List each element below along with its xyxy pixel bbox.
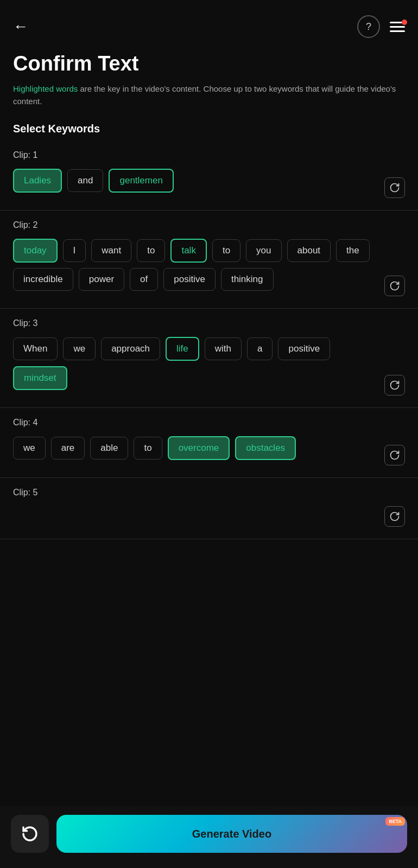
reset-button[interactable] bbox=[11, 815, 49, 853]
menu-line-3 bbox=[390, 30, 405, 32]
word-row-3: Whenweapproachlifewithapositivemindset bbox=[13, 337, 378, 390]
clip-label-2: Clip: 2 bbox=[13, 220, 405, 230]
word-chip-3-6[interactable]: a bbox=[247, 337, 273, 360]
header-icons: ? bbox=[357, 15, 405, 38]
refresh-icon-svg bbox=[389, 380, 400, 391]
menu-button[interactable] bbox=[390, 22, 405, 32]
word-chip-2-8[interactable]: about bbox=[287, 239, 331, 262]
clip-label-3: Clip: 3 bbox=[13, 318, 405, 328]
menu-line-2 bbox=[390, 26, 405, 28]
word-chip-4-1[interactable]: we bbox=[13, 437, 46, 459]
subtitle: Highlighted words are the key in the vid… bbox=[13, 83, 405, 107]
section-heading: Select Keywords bbox=[0, 107, 418, 141]
clips-container: Clip: 1Ladiesandgentlemen Clip: 2todayIw… bbox=[0, 141, 418, 539]
word-chip-2-10[interactable]: incredible bbox=[13, 268, 73, 291]
word-chip-2-13[interactable]: positive bbox=[163, 268, 216, 291]
word-chip-3-7[interactable]: positive bbox=[278, 337, 330, 360]
word-chip-4-6[interactable]: obstacles bbox=[235, 436, 296, 460]
page-title: Confirm Text bbox=[13, 52, 405, 75]
clip-row-3: Whenweapproachlifewithapositivemindset bbox=[13, 337, 405, 395]
clip-section-2: Clip: 2todayIwanttotalktoyouabouttheincr… bbox=[0, 210, 418, 309]
refresh-button-4[interactable] bbox=[384, 445, 405, 465]
word-chip-3-4[interactable]: life bbox=[166, 337, 199, 361]
word-chip-3-8[interactable]: mindset bbox=[13, 366, 67, 390]
clip-section-4: Clip: 4weareabletoovercomeobstacles bbox=[0, 408, 418, 478]
word-chip-2-1[interactable]: today bbox=[13, 239, 58, 263]
generate-video-button[interactable]: Generate Video BETA bbox=[56, 815, 407, 853]
notification-badge bbox=[402, 20, 407, 25]
refresh-button-2[interactable] bbox=[384, 276, 405, 296]
word-chip-2-12[interactable]: of bbox=[130, 268, 158, 291]
refresh-button-1[interactable] bbox=[384, 177, 405, 198]
clip-row-1: Ladiesandgentlemen bbox=[13, 169, 405, 198]
word-chip-4-4[interactable]: to bbox=[134, 437, 162, 459]
word-chip-2-9[interactable]: the bbox=[336, 239, 370, 262]
clip-words-3: Whenweapproachlifewithapositivemindset bbox=[13, 337, 378, 395]
clip-section-5: Clip: 5 bbox=[0, 478, 418, 539]
word-chip-2-14[interactable]: thinking bbox=[221, 268, 274, 291]
word-chip-4-3[interactable]: able bbox=[90, 437, 128, 459]
word-chip-2-2[interactable]: I bbox=[63, 239, 86, 262]
word-row-2: todayIwanttotalktoyouabouttheincrediblep… bbox=[13, 239, 378, 291]
word-chip-1-1[interactable]: Ladies bbox=[13, 169, 62, 193]
clip-words-1: Ladiesandgentlemen bbox=[13, 169, 378, 198]
clip-words-2: todayIwanttotalktoyouabouttheincrediblep… bbox=[13, 239, 378, 296]
header: ← ? bbox=[0, 0, 418, 47]
word-chip-3-3[interactable]: approach bbox=[101, 337, 160, 360]
word-chip-2-7[interactable]: you bbox=[246, 239, 281, 262]
word-row-4: weareabletoovercomeobstacles bbox=[13, 436, 378, 460]
clip-words-4: weareabletoovercomeobstacles bbox=[13, 436, 378, 465]
word-chip-2-6[interactable]: to bbox=[212, 239, 240, 262]
reset-icon bbox=[21, 825, 39, 843]
clip-section-3: Clip: 3Whenweapproachlifewithapositivemi… bbox=[0, 309, 418, 408]
clip-label-1: Clip: 1 bbox=[13, 150, 405, 160]
back-button[interactable]: ← bbox=[13, 19, 28, 34]
title-section: Confirm Text Highlighted words are the k… bbox=[0, 47, 418, 107]
refresh-icon-svg bbox=[389, 182, 400, 193]
word-chip-3-1[interactable]: When bbox=[13, 337, 58, 360]
word-chip-2-11[interactable]: power bbox=[79, 268, 124, 291]
subtitle-highlight: Highlighted words bbox=[13, 84, 78, 93]
generate-video-label: Generate Video bbox=[192, 828, 271, 840]
clip-label-4: Clip: 4 bbox=[13, 418, 405, 427]
word-chip-4-2[interactable]: are bbox=[51, 437, 85, 459]
word-chip-2-5[interactable]: talk bbox=[170, 239, 206, 263]
clip-row-5 bbox=[13, 506, 405, 527]
word-chip-1-3[interactable]: gentlemen bbox=[109, 169, 173, 193]
word-chip-1-2[interactable]: and bbox=[67, 169, 103, 192]
word-chip-2-4[interactable]: to bbox=[137, 239, 165, 262]
back-arrow-icon: ← bbox=[13, 19, 28, 34]
clip-row-2: todayIwanttotalktoyouabouttheincrediblep… bbox=[13, 239, 405, 296]
refresh-button-3[interactable] bbox=[384, 375, 405, 395]
word-chip-4-5[interactable]: overcome bbox=[168, 436, 230, 460]
bottom-bar: Generate Video BETA bbox=[0, 806, 418, 868]
word-chip-3-5[interactable]: with bbox=[205, 337, 242, 360]
refresh-button-5[interactable] bbox=[384, 506, 405, 527]
help-button[interactable]: ? bbox=[357, 15, 380, 38]
clip-label-5: Clip: 5 bbox=[13, 488, 405, 497]
refresh-icon-svg bbox=[389, 280, 400, 291]
refresh-icon-svg bbox=[389, 511, 400, 522]
word-chip-3-2[interactable]: we bbox=[63, 337, 96, 360]
word-row-1: Ladiesandgentlemen bbox=[13, 169, 378, 193]
clip-words-5 bbox=[13, 521, 378, 527]
help-icon: ? bbox=[366, 21, 371, 33]
word-chip-2-3[interactable]: want bbox=[91, 239, 131, 262]
clip-section-1: Clip: 1Ladiesandgentlemen bbox=[0, 141, 418, 210]
beta-badge: BETA bbox=[385, 817, 405, 826]
refresh-icon-svg bbox=[389, 450, 400, 461]
clip-row-4: weareabletoovercomeobstacles bbox=[13, 436, 405, 465]
